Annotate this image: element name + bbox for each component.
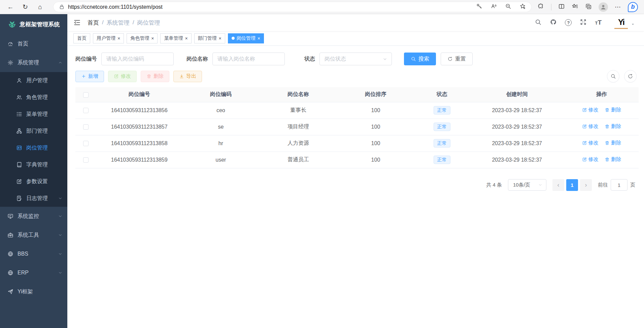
password-key-icon[interactable] — [476, 3, 482, 11]
page-number-button[interactable]: 1 — [566, 179, 578, 191]
post-code-input[interactable] — [101, 53, 174, 65]
sidebar-item-tools[interactable]: 系统工具 — [0, 226, 67, 244]
book-icon — [16, 162, 22, 168]
sidebar-item-yi-framework[interactable]: Yi框架 — [0, 282, 67, 301]
collections-icon[interactable] — [585, 3, 592, 11]
sidebar-fold-icon[interactable] — [73, 19, 81, 26]
sidebar-item-menus[interactable]: 菜单管理 — [0, 106, 67, 123]
row-checkbox[interactable] — [83, 157, 89, 163]
address-bar[interactable]: https://ccnetcore.com:1101/system/post — [53, 2, 532, 12]
user-menu[interactable]: Yi — [614, 16, 635, 29]
table-row: 1641030593112313856 ceo 董事长 100 正常 2023-… — [75, 102, 639, 119]
header-post-id: 岗位编号 — [97, 87, 182, 102]
header-search-icon[interactable] — [535, 19, 542, 27]
post-name-label: 岗位名称 — [187, 56, 208, 63]
breadcrumb-home[interactable]: 首页 — [88, 19, 99, 27]
fullscreen-icon[interactable] — [580, 19, 587, 27]
url-text[interactable]: https://ccnetcore.com:1101/system/post — [68, 4, 473, 10]
posts-table: 岗位编号 岗位编码 岗位名称 岗位排序 状态 创建时间 操作 16410305 — [75, 87, 639, 168]
tab-home[interactable]: 首页 — [73, 33, 90, 43]
edit-link[interactable]: 修改 — [582, 140, 599, 146]
tab-dept-management[interactable]: 部门管理 × — [194, 33, 225, 43]
delete-link[interactable]: 删除 — [605, 140, 621, 146]
edit-icon — [582, 124, 587, 129]
read-aloud-icon[interactable] — [490, 3, 497, 11]
tab-user-management[interactable]: 用户管理 × — [93, 33, 124, 43]
delete-link[interactable]: 删除 — [605, 107, 621, 113]
next-page-button[interactable]: › — [580, 179, 592, 191]
zoom-out-icon[interactable] — [505, 3, 511, 11]
close-icon[interactable]: × — [117, 36, 120, 41]
bing-chat-icon[interactable]: b — [628, 2, 638, 12]
tab-post-management[interactable]: 岗位管理 × — [228, 33, 264, 43]
goto-page-input[interactable] — [611, 179, 628, 191]
browser-refresh-button[interactable]: ↻ — [20, 1, 31, 13]
delete-link[interactable]: 删除 — [605, 156, 621, 163]
header-post-sort: 岗位排序 — [337, 87, 414, 102]
edit-link[interactable]: 修改 — [582, 107, 599, 113]
page-content: 岗位编号 岗位名称 状态 岗位状态 搜索 重置 — [67, 46, 644, 328]
browser-profile-avatar[interactable] — [599, 2, 608, 12]
header-actions: 操作 — [565, 87, 639, 102]
select-all-checkbox[interactable] — [83, 92, 89, 98]
trash-icon — [605, 124, 610, 129]
sidebar-item-logs[interactable]: 日志管理 — [0, 190, 67, 207]
extensions-icon[interactable] — [538, 3, 544, 11]
favorites-icon[interactable] — [572, 3, 578, 11]
help-icon[interactable]: ? — [565, 19, 572, 26]
chevron-down-icon — [58, 214, 63, 219]
row-checkbox[interactable] — [83, 124, 89, 130]
refresh-table-button[interactable] — [624, 70, 637, 83]
breadcrumb-current: 岗位管理 — [137, 19, 160, 27]
search-button[interactable]: 搜索 — [404, 53, 436, 65]
sidebar-item-bbs[interactable]: BBS — [0, 244, 67, 263]
chevron-down-icon — [58, 270, 63, 275]
browser-home-button[interactable]: ⌂ — [34, 1, 46, 13]
delete-button[interactable]: 删除 — [141, 71, 169, 82]
add-favorite-icon[interactable] — [519, 3, 526, 11]
sidebar-item-users[interactable]: 用户管理 — [0, 72, 67, 89]
sidebar-item-posts[interactable]: 岗位管理 — [0, 139, 67, 156]
tab-role-management[interactable]: 角色管理 × — [127, 33, 158, 43]
site-info-lock-icon[interactable] — [59, 4, 65, 10]
sidebar-item-dictionary[interactable]: 字典管理 — [0, 156, 67, 173]
header-post-name: 岗位名称 — [260, 87, 337, 102]
sidebar-item-parameters[interactable]: 参数设置 — [0, 173, 67, 190]
close-icon[interactable]: × — [219, 36, 222, 41]
github-icon[interactable] — [550, 19, 557, 27]
close-icon[interactable]: × — [185, 36, 188, 41]
sidebar-item-departments[interactable]: 部门管理 — [0, 123, 67, 139]
add-button[interactable]: 新增 — [75, 71, 104, 82]
edit-link[interactable]: 修改 — [582, 156, 599, 163]
breadcrumb-system[interactable]: 系统管理 — [107, 19, 130, 27]
screen: ← ↻ ⌂ https://ccnetcore.com:1101/system/… — [0, 0, 644, 328]
row-checkbox[interactable] — [83, 108, 89, 113]
delete-link[interactable]: 删除 — [605, 123, 621, 130]
row-checkbox[interactable] — [83, 141, 89, 146]
user-avatar[interactable]: Yi — [614, 16, 628, 29]
sidebar-item-roles[interactable]: 角色管理 — [0, 89, 67, 106]
sidebar-item-home[interactable]: 首页 — [0, 34, 67, 53]
sidebar-item-monitor[interactable]: 系统监控 — [0, 207, 67, 226]
sidebar-item-system[interactable]: 系统管理 — [0, 53, 67, 72]
close-icon[interactable]: × — [258, 36, 260, 41]
trash-icon — [605, 107, 610, 112]
tab-menu-management[interactable]: 菜单管理 × — [160, 33, 191, 43]
post-name-input[interactable] — [212, 53, 285, 65]
prev-page-button[interactable]: ‹ — [552, 179, 564, 191]
page-size-select[interactable]: 10条/页 — [508, 179, 546, 191]
split-screen-icon[interactable] — [558, 3, 565, 11]
export-button[interactable]: 导出 — [173, 71, 202, 82]
edit-link[interactable]: 修改 — [582, 123, 599, 130]
sidebar-item-erp[interactable]: ERP — [0, 263, 67, 282]
status-select[interactable]: 岗位状态 — [319, 53, 392, 65]
toggle-search-button[interactable] — [607, 70, 619, 83]
browser-back-button[interactable]: ← — [5, 1, 16, 13]
close-icon[interactable]: × — [151, 36, 154, 41]
refresh-icon — [447, 56, 453, 62]
edit-button[interactable]: 修改 — [108, 71, 137, 82]
browser-settings-icon[interactable]: ⋯ — [615, 3, 621, 11]
edit-icon — [582, 157, 587, 162]
reset-button[interactable]: 重置 — [441, 53, 473, 65]
font-size-icon[interactable]: TT — [595, 19, 602, 26]
